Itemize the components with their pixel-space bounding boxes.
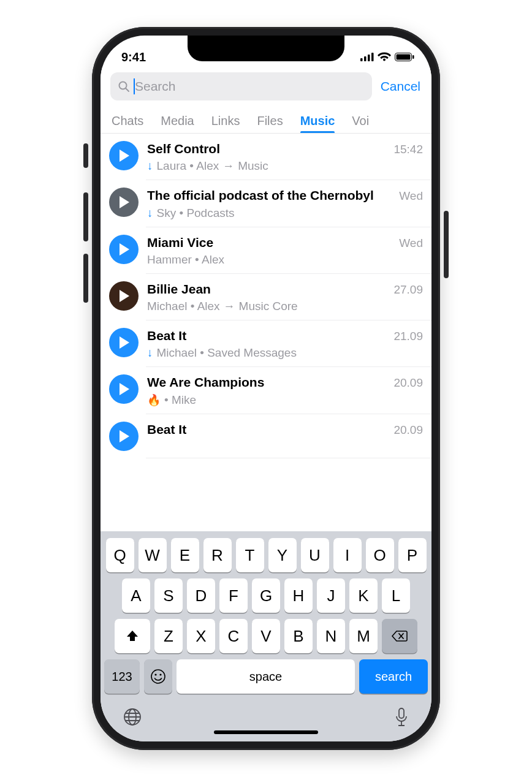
- play-button[interactable]: [109, 422, 139, 451]
- globe-icon[interactable]: [123, 707, 142, 727]
- ios-keyboard: QWERTYUIOP ASDFGHJKL ZXCVBNM 123: [101, 531, 431, 741]
- cancel-button[interactable]: Cancel: [379, 77, 422, 96]
- key-u[interactable]: U: [301, 538, 329, 572]
- space-key[interactable]: space: [177, 659, 355, 694]
- track-title: The official podcast of the Chernobyl: [147, 188, 374, 203]
- key-d[interactable]: D: [187, 578, 215, 613]
- key-p[interactable]: P: [398, 538, 427, 572]
- key-z[interactable]: Z: [154, 619, 183, 653]
- tab-links[interactable]: Links: [211, 109, 240, 133]
- timestamp: Wed: [399, 237, 423, 250]
- volume-up-button[interactable]: [83, 192, 88, 241]
- key-g[interactable]: G: [252, 578, 280, 613]
- key-f[interactable]: F: [219, 578, 248, 613]
- key-s[interactable]: S: [154, 578, 183, 613]
- key-h[interactable]: H: [284, 578, 313, 613]
- key-a[interactable]: A: [122, 578, 150, 613]
- microphone-icon[interactable]: [393, 707, 409, 728]
- timestamp: 21.09: [393, 330, 423, 343]
- tab-music[interactable]: Music: [300, 109, 335, 133]
- key-l[interactable]: L: [382, 578, 410, 613]
- timestamp: Wed: [399, 189, 423, 203]
- key-t[interactable]: T: [236, 538, 264, 572]
- svg-point-9: [151, 670, 165, 683]
- search-icon: [118, 80, 130, 93]
- notch: [188, 36, 344, 61]
- svg-point-11: [159, 673, 161, 675]
- key-e[interactable]: E: [171, 538, 199, 572]
- timestamp: 27.09: [393, 283, 423, 297]
- battery-icon: [395, 53, 414, 61]
- key-q[interactable]: Q: [106, 538, 134, 572]
- key-r[interactable]: R: [203, 538, 232, 572]
- track-title: Billie Jean: [147, 281, 211, 297]
- category-tabs: ChatsMediaLinksFilesMusicVoi: [101, 108, 431, 134]
- track-subtitle: Michael • Alex→Music Core: [147, 300, 423, 313]
- shift-key[interactable]: [115, 619, 150, 653]
- timestamp: 15:42: [393, 143, 423, 156]
- svg-rect-3: [371, 53, 374, 61]
- forward-arrow-icon: →: [222, 159, 234, 173]
- search-field[interactable]: [110, 72, 372, 100]
- music-list[interactable]: Self Control15:42↓Laura • Alex→MusicThe …: [101, 134, 431, 458]
- play-button[interactable]: [109, 235, 139, 264]
- key-v[interactable]: V: [252, 619, 280, 653]
- timestamp: 20.09: [393, 423, 423, 437]
- emoji-key[interactable]: [144, 659, 172, 694]
- play-button[interactable]: [109, 281, 139, 311]
- track-subtitle: ↓Sky • Podcasts: [147, 207, 423, 220]
- timestamp: 20.09: [393, 376, 423, 390]
- svg-rect-1: [364, 56, 367, 61]
- list-item[interactable]: Beat It20.09: [101, 414, 431, 458]
- svg-rect-6: [412, 55, 414, 59]
- key-c[interactable]: C: [219, 619, 248, 653]
- forward-arrow-icon: →: [224, 300, 235, 313]
- tab-media[interactable]: Media: [161, 109, 194, 133]
- key-w[interactable]: W: [139, 538, 167, 572]
- numbers-key[interactable]: 123: [104, 659, 140, 694]
- download-arrow-icon: ↓: [147, 207, 153, 220]
- tab-voi[interactable]: Voi: [352, 109, 369, 133]
- play-button[interactable]: [109, 188, 139, 217]
- play-button[interactable]: [109, 328, 139, 357]
- key-x[interactable]: X: [187, 619, 215, 653]
- track-title: Beat It: [147, 328, 186, 344]
- list-item[interactable]: Beat It21.09↓Michael • Saved Messages: [101, 320, 431, 367]
- mute-switch[interactable]: [83, 143, 88, 168]
- play-button[interactable]: [109, 141, 139, 170]
- key-k[interactable]: K: [349, 578, 378, 613]
- key-n[interactable]: N: [317, 619, 345, 653]
- key-i[interactable]: I: [333, 538, 362, 572]
- search-input[interactable]: [135, 79, 365, 94]
- key-m[interactable]: M: [349, 619, 378, 653]
- svg-rect-5: [397, 55, 411, 60]
- track-subtitle: Hammer • Alex: [147, 253, 423, 267]
- key-j[interactable]: J: [317, 578, 345, 613]
- list-item[interactable]: Self Control15:42↓Laura • Alex→Music: [101, 134, 431, 180]
- svg-point-10: [154, 673, 156, 675]
- backspace-key[interactable]: [382, 619, 417, 653]
- list-item[interactable]: We Are Champions20.09🔥 • Mike: [101, 367, 431, 414]
- svg-rect-15: [399, 708, 404, 718]
- volume-down-button[interactable]: [83, 254, 88, 303]
- play-button[interactable]: [109, 374, 139, 404]
- phone-frame: 9:41: [92, 27, 440, 750]
- list-item[interactable]: Miami ViceWedHammer • Alex: [101, 227, 431, 274]
- track-subtitle: ↓Michael • Saved Messages: [147, 346, 423, 360]
- list-item[interactable]: Billie Jean27.09Michael • Alex→Music Cor…: [101, 274, 431, 320]
- svg-line-8: [126, 89, 129, 92]
- key-y[interactable]: Y: [268, 538, 297, 572]
- tab-chats[interactable]: Chats: [112, 109, 143, 133]
- home-indicator[interactable]: [214, 730, 318, 734]
- keyboard-search-key[interactable]: search: [359, 659, 428, 694]
- track-title: We Are Champions: [147, 374, 264, 390]
- text-cursor: [134, 78, 135, 94]
- tab-files[interactable]: Files: [257, 109, 283, 133]
- svg-rect-0: [360, 58, 363, 61]
- key-o[interactable]: O: [366, 538, 394, 572]
- emoji-icon: 🔥: [147, 393, 161, 407]
- power-button[interactable]: [444, 211, 449, 278]
- search-header: Cancel: [101, 67, 431, 108]
- key-b[interactable]: B: [284, 619, 313, 653]
- list-item[interactable]: The official podcast of the ChernobylWed…: [101, 180, 431, 227]
